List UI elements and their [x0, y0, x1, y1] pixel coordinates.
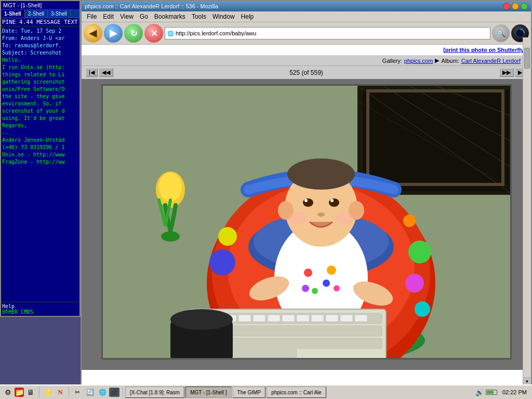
svg-rect-61 — [340, 315, 353, 322]
taskbar-icon-3[interactable]: 🖥 — [25, 387, 36, 398]
baby-photo — [103, 86, 512, 360]
next-photo-button[interactable]: ▶▶ — [499, 68, 514, 77]
terminal-tab-2[interactable]: 2-Shell — [25, 10, 48, 18]
terminal-content: Date: Tue, 17 Sep 2 From: Anders J-U <ar… — [1, 26, 79, 291]
url-input[interactable] — [176, 30, 488, 36]
menu-go[interactable]: Go — [137, 12, 151, 21]
scrollbar-thumb[interactable] — [524, 48, 530, 69]
svg-point-27 — [327, 265, 336, 275]
taskbar: ⚙ 📁 🖥 ⭐ N ✂ 🔄 🌐 ⬛ [X-Chat [1.8.9]: Rasm … — [0, 384, 532, 399]
taskbar-btn-xchat[interactable]: [X-Chat [1.8.9]: Rasm — [125, 387, 184, 398]
email-body-3: I run Unix.se (http: — [2, 64, 78, 71]
photo-frame — [101, 84, 512, 360]
email-to: To: rasmus@lerdorf. — [2, 42, 78, 49]
terminal-tab-1[interactable]: 1-Shell — [1, 10, 25, 18]
email-body-10: using. It'd be great — [2, 115, 78, 122]
menu-edit[interactable]: Edit — [100, 12, 117, 21]
menu-bookmarks[interactable]: Bookmarks — [151, 12, 189, 21]
email-date: Date: Tue, 17 Sep 2 — [2, 28, 78, 35]
svg-point-19 — [415, 301, 430, 317]
shutterfly-link[interactable]: [print this photo on Shutterfly] — [443, 47, 526, 53]
photo-site-content: [print this photo on Shutterfly] Gallery… — [82, 45, 531, 398]
url-bar-container: 🌐 — [165, 27, 490, 39]
stop-button[interactable]: ✕ — [144, 24, 163, 43]
battery-indicator — [486, 390, 497, 395]
svg-point-29 — [334, 285, 340, 291]
browser-titlebar: phpics.com :: Carl AlexandeR Lerdorf :: … — [82, 1, 531, 11]
minimize-button[interactable] — [512, 3, 519, 10]
browser-scrollbar[interactable]: ▼ — [523, 37, 531, 385]
prev-photo-button[interactable]: ◀◀ — [99, 68, 113, 77]
browser-window: phpics.com :: Carl AlexandeR Lerdorf :: … — [81, 0, 532, 384]
menu-view[interactable]: View — [117, 12, 137, 21]
email-body-7: the site - they give — [2, 93, 78, 100]
menu-window[interactable]: Window — [209, 12, 238, 21]
back-button[interactable]: ◀ — [84, 24, 102, 43]
svg-point-28 — [302, 285, 309, 292]
terminal-titlebar: MGT - [1-Shell] — [1, 1, 79, 10]
svg-point-24 — [304, 269, 312, 277]
taskbar-icon-4[interactable]: ⭐ — [42, 387, 54, 398]
gallery-info-bar: Gallery: phpics.com ▶ Album: Carl Alexan… — [82, 56, 531, 66]
email-body-16: (+46) 73 0319296 / 1 — [2, 144, 78, 151]
taskbar-icon-1[interactable]: ⚙ — [2, 387, 14, 398]
svg-point-38 — [304, 199, 308, 202]
album-link[interactable]: Carl AlexandeR Lerdorf — [461, 58, 521, 64]
menu-help[interactable]: Help — [238, 12, 257, 21]
svg-rect-56 — [268, 315, 280, 322]
email-subject: Subject: Screenshot — [2, 49, 78, 57]
gallery-label: Gallery: — [382, 58, 402, 64]
taskbar-icon-6[interactable]: ✂ — [72, 387, 83, 398]
email-body-8: environment. So, if — [2, 100, 78, 108]
svg-point-44 — [159, 172, 182, 202]
gallery-link[interactable]: phpics.com — [404, 58, 433, 64]
svg-point-39 — [330, 199, 334, 202]
battery-fill — [487, 391, 494, 394]
help-label[interactable]: Help — [2, 303, 78, 309]
email-body-17: Unix.se - http://www — [2, 151, 78, 158]
svg-point-37 — [329, 198, 339, 207]
photo-area — [82, 79, 531, 370]
taskbar-btn-gimp[interactable]: The GIMP — [233, 387, 266, 398]
terminal-tab-3[interactable]: 3-Shell — [48, 10, 71, 18]
first-photo-button[interactable]: |◀ — [86, 68, 98, 77]
svg-rect-57 — [282, 315, 295, 322]
svg-point-36 — [303, 198, 313, 207]
taskbar-icon-5[interactable]: N — [55, 387, 66, 398]
photo-count: 525 (of 559) — [289, 69, 323, 76]
other-cmds-label[interactable]: OTHER CMDS — [2, 309, 78, 315]
go-button[interactable]: 🔍 — [492, 24, 510, 42]
terminal-tabs: 1-Shell 2-Shell 3-Shell — [1, 10, 79, 18]
menu-tools[interactable]: Tools — [189, 12, 209, 21]
taskbar-right: 🔊 02:22 PM — [475, 389, 530, 396]
browser-menubar: File Edit View Go Bookmarks Tools Window… — [82, 11, 531, 22]
menu-file[interactable]: File — [84, 12, 100, 21]
svg-point-45 — [161, 231, 180, 242]
close-button[interactable] — [503, 3, 510, 10]
svg-point-26 — [312, 288, 318, 294]
taskbar-icon-2[interactable]: 📁 — [15, 388, 24, 397]
svg-point-40 — [317, 212, 325, 217]
pine-header: PINE 4.44 MESSAGE TEXT — [1, 18, 79, 26]
email-body-6: unix/Free Software/O — [2, 86, 78, 93]
taskbar-btn-shell[interactable]: MGT - [1-Shell ] — [185, 387, 231, 398]
svg-rect-60 — [326, 315, 338, 322]
maximize-button[interactable] — [521, 3, 528, 10]
taskbar-icon-9[interactable]: ⬛ — [109, 388, 119, 397]
email-body-12: Regards, — [2, 122, 78, 129]
taskbar-icon-8[interactable]: 🌐 — [97, 387, 108, 398]
svg-point-16 — [218, 227, 237, 246]
reload-button[interactable]: ↻ — [124, 24, 143, 43]
taskbar-btn-phpics[interactable]: phpics.com :: Carl Ale — [267, 387, 326, 398]
nav-left-group: |◀ ◀◀ — [86, 68, 113, 77]
svg-point-64 — [170, 309, 233, 330]
email-body-15: Anders Jensen-Urstad — [2, 137, 78, 144]
browser-title: phpics.com :: Carl AlexandeR Lerdorf :: … — [85, 3, 218, 9]
battery-bar — [486, 390, 497, 395]
taskbar-separator-1 — [39, 387, 39, 397]
email-body-9: screenshot of your d — [2, 108, 78, 115]
forward-button[interactable]: ▶ — [104, 24, 123, 43]
taskbar-icon-7[interactable]: 🔄 — [84, 387, 96, 398]
svg-point-41 — [288, 212, 307, 224]
volume-icon[interactable]: 🔊 — [475, 389, 484, 396]
